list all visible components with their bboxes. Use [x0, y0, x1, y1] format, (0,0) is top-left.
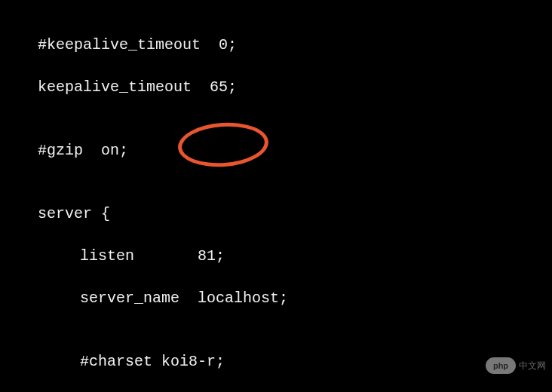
terminal-window: #keepalive_timeout 0; keepalive_timeout …	[0, 0, 552, 392]
code-line: server_name localhost;	[38, 288, 552, 309]
watermark: php 中文网	[486, 357, 546, 374]
code-line: #keepalive_timeout 0;	[38, 35, 552, 56]
code-line: #charset koi8-r;	[38, 351, 552, 372]
watermark-logo-icon: php	[486, 357, 516, 374]
code-line: keepalive_timeout 65;	[38, 77, 552, 98]
code-line: #gzip on;	[38, 140, 552, 161]
watermark-site-text: 中文网	[519, 360, 546, 372]
code-line: server {	[38, 204, 552, 225]
nginx-config-code: #keepalive_timeout 0; keepalive_timeout …	[38, 14, 552, 392]
code-line-listen: listen 81;	[38, 246, 552, 267]
